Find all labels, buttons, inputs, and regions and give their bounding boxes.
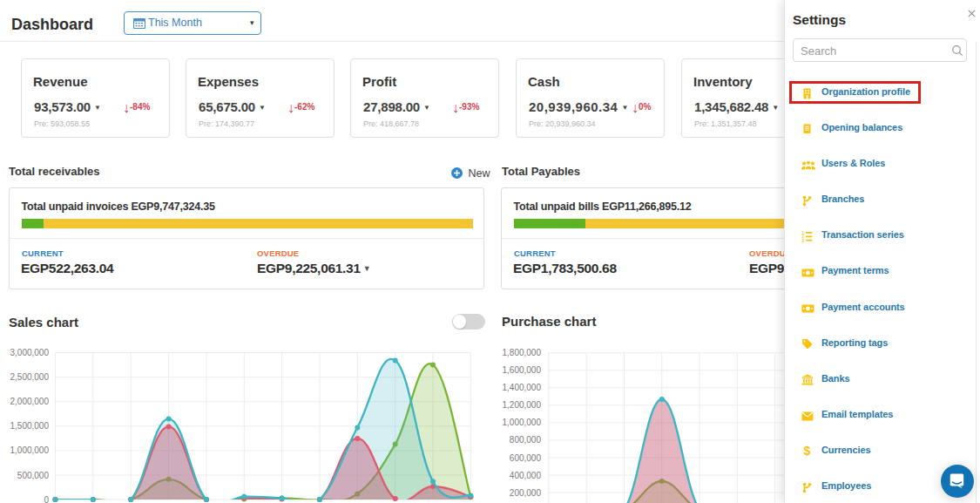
svg-text:1,200,000: 1,200,000: [503, 400, 542, 410]
svg-text:3: 3: [802, 239, 805, 242]
svg-text:1,600,000: 1,600,000: [503, 365, 542, 375]
svg-text:1,000,000: 1,000,000: [503, 418, 542, 427]
svg-text:1,400,000: 1,400,000: [503, 383, 542, 392]
svg-text:600,000: 600,000: [510, 453, 542, 463]
svg-text:500,000: 500,000: [17, 471, 50, 480]
svg-text:$: $: [804, 445, 811, 457]
svg-text:2,000,000: 2,000,000: [10, 397, 50, 406]
svg-text:1,500,000: 1,500,000: [10, 421, 50, 431]
svg-text:200,000: 200,000: [510, 488, 542, 498]
svg-text:2,500,000: 2,500,000: [10, 372, 50, 382]
svg-text:800,000: 800,000: [510, 435, 542, 445]
svg-text:0: 0: [44, 495, 49, 503]
svg-text:400,000: 400,000: [510, 471, 542, 480]
svg-text:1,800,000: 1,800,000: [503, 348, 542, 357]
svg-text:1,000,000: 1,000,000: [10, 445, 50, 455]
svg-text:3,000,000: 3,000,000: [10, 348, 50, 357]
